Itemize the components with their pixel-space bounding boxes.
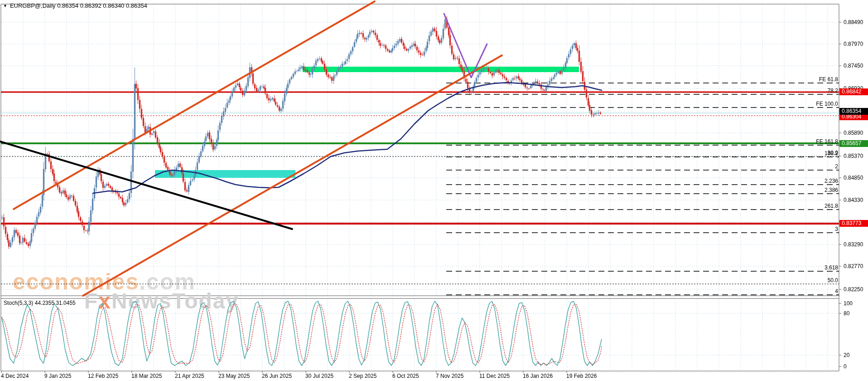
chart-area[interactable]: economies.com FxNewsToday bbox=[0, 0, 868, 381]
chart-title: ▼EURGBP@,Daily 0.86354 0.86392 0.86340 0… bbox=[3, 2, 147, 9]
collapse-triangle-icon[interactable]: ▼ bbox=[3, 4, 7, 8]
symbol-ohlc-text: EURGBP@,Daily 0.86354 0.86392 0.86340 0.… bbox=[10, 2, 147, 9]
mt4-chart-window: economies.com FxNewsToday ▼EURGBP@,Daily… bbox=[0, 0, 868, 381]
chart-plot-canvas bbox=[0, 0, 868, 381]
stochastic-indicator-label: Stoch(5,3,3) 44.2355 31.0455 bbox=[4, 300, 76, 306]
